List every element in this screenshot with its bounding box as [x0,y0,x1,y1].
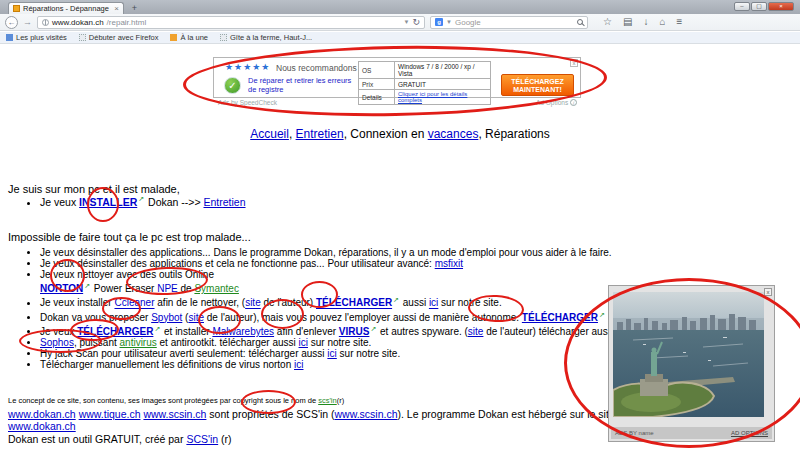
link-telecharger[interactable]: TÉLÉCHARGER [316,298,392,309]
download-icon[interactable]: ↓ [643,17,648,27]
forward-icon[interactable]: → [23,17,32,27]
text: Hy jack Scan pour utilisateur averti seu… [40,348,327,359]
close-button[interactable]: × [768,2,794,11]
link-www-scsin-ch[interactable]: www.scsin.ch [143,408,206,420]
registry-cleaner-ad-banner[interactable]: ★★★★★ Nous recommandons ✓ De réparer et … [213,57,581,98]
impossible-text: Impossible de faire tout ça le pc est tr… [8,231,251,243]
ads-by-label: ADS BY name [615,430,654,436]
maximize-button[interactable]: ▢ [751,2,767,11]
tab-close-icon[interactable]: × [114,5,119,13]
ad-close-icon[interactable]: x [570,59,578,67]
back-icon[interactable]: ← [5,16,18,29]
bookmark-star-icon[interactable]: ☆ [603,17,612,27]
magnifier-icon[interactable] [577,19,583,25]
link-malwarebytes[interactable]: Malwarebytes [212,326,274,337]
navigation-toolbar: ← → www.dokan.ch/repair.html ▼ ↻ g ▼ Goo… [0,14,800,31]
star-rating-icon: ★★★★★ [225,62,270,72]
link-antivirus[interactable]: antivirus [120,337,157,348]
text: Dokan -->> [145,196,203,208]
tab-title: Réparations - Dépannage -... [23,4,111,13]
link-npe[interactable]: NPE [157,283,178,294]
home-icon[interactable]: ⌂ [659,17,665,27]
site-nav: Accueil, Entretien, Connexion en vacance… [0,127,800,141]
url-bar[interactable]: www.dokan.ch/repair.html ▼ ↻ [37,16,425,29]
link-virus[interactable]: VIRUS [339,326,370,337]
link-site[interactable]: site [245,298,261,309]
link-scs-in[interactable]: SCS'in [186,433,218,445]
link-www-scsin-ch[interactable]: www.scsin.ch [335,408,398,420]
link-ccleaner[interactable]: Ccleaner [114,298,154,309]
text: Power Eraser [91,283,157,294]
link-vacances[interactable]: vacances [428,127,479,141]
external-link-icon: ↗ [370,325,376,332]
link-installer[interactable]: INSTALLER [79,196,137,208]
gratuit-text: Dokan est un outil GRATUIT, créé par SCS… [8,433,232,445]
text: aussi [400,298,429,309]
text: de l'auteur) [261,298,316,309]
link-spybot[interactable]: Spybot [151,312,182,323]
link-scs-in[interactable]: scs'in [318,396,337,405]
statue-ad[interactable]: x ADS BY name AD OPTIONS [608,285,775,442]
link-telecharger[interactable]: TÉLÉCHARGER [522,312,598,323]
text: Je veux nettoyer avec des outils Online [40,269,214,280]
reload-icon[interactable]: ↻ [412,17,420,27]
external-link-icon: ↗ [393,296,399,303]
link-norton[interactable]: NORTON [40,283,83,294]
search-input[interactable]: g ▼ Google [430,16,588,29]
text: , Réparations [478,127,549,141]
link-msfixit[interactable]: msfixit [435,258,463,269]
bookmarks-menu-icon[interactable]: ▤ [623,17,632,27]
link-accueil[interactable]: Accueil [250,127,289,141]
bookmark-getting-started[interactable]: Débuter avec Firefox [79,33,159,42]
link-ici[interactable]: ici [327,348,336,359]
bookmark-gite[interactable]: Gîte à la ferme, Haut-J... [220,33,312,42]
text: sur notre site. [438,298,501,309]
link-telecharger[interactable]: TÉLÉCHARGER [77,326,153,337]
page-content: ★★★★★ Nous recommandons ✓ De réparer et … [0,44,800,450]
new-tab-button[interactable]: + [128,3,141,13]
green-check-icon: ✓ [224,77,241,94]
minimize-button[interactable]: – [734,2,750,11]
menu-icon[interactable]: ≡ [676,17,682,27]
bookmark-headlines[interactable]: À la une [170,33,208,42]
url-dropdown-icon[interactable]: ▼ [404,19,410,25]
text: (r) [218,433,231,445]
bookmark-most-visited[interactable]: Les plus visités [6,33,67,42]
external-link-icon: ↗ [154,325,160,332]
link-ici[interactable]: ici [294,359,303,370]
link-entretien[interactable]: Entretien [204,196,246,208]
text: sur notre site. [337,348,400,359]
site-globe-icon [42,19,49,26]
search-placeholder: Google [455,18,574,27]
search-engine-dropdown-icon[interactable]: ▼ [446,19,452,25]
table-row: Details Cliquez ici pour les détails com… [359,90,491,105]
bookmark-icon [220,34,227,41]
ad-options-link[interactable]: Ad Options i [536,99,577,106]
tab-favicon-icon [13,5,20,12]
text: afin d'enlever [274,326,339,337]
link-ici[interactable]: ici [299,337,308,348]
text: Je veux [40,326,77,337]
ad-details-link[interactable]: Cliquez ici pour les détails complets [395,90,491,105]
text: sur notre site. [308,337,371,348]
text: et antirootkit. télécharger aussi [157,337,299,348]
text: , [289,127,296,141]
link-site[interactable]: site [188,312,204,323]
link-www-dokan-ch[interactable]: www.dokan.ch [8,408,76,420]
link-www-dokan-ch[interactable]: www.dokan.ch [8,420,76,432]
list-item: Je veux INSTALLER↗ Dokan -->> Entretien [40,195,246,208]
link-symantec[interactable]: Symantec [194,283,238,294]
link-sophos[interactable]: Sophos [40,337,74,348]
statue-ad-bar: ADS BY name AD OPTIONS [611,427,772,439]
google-icon: g [435,18,443,26]
link-entretien[interactable]: Entretien [296,127,344,141]
ad-options-link[interactable]: AD OPTIONS [731,430,768,436]
link-www-tique-ch[interactable]: www.tique.ch [79,408,141,420]
statue-ad-close-icon[interactable]: x [764,288,772,296]
download-now-button[interactable]: TÉLÉCHARGEZ MAINTENANT! [501,74,574,96]
browser-tab[interactable]: Réparations - Dépannage -... × [8,2,124,14]
text: sont propriétés de SCS'in ( [206,408,334,420]
link-site[interactable]: site [468,326,484,337]
link-ici[interactable]: ici [429,298,438,309]
text: Je veux désinstaller des applications...… [40,247,612,258]
